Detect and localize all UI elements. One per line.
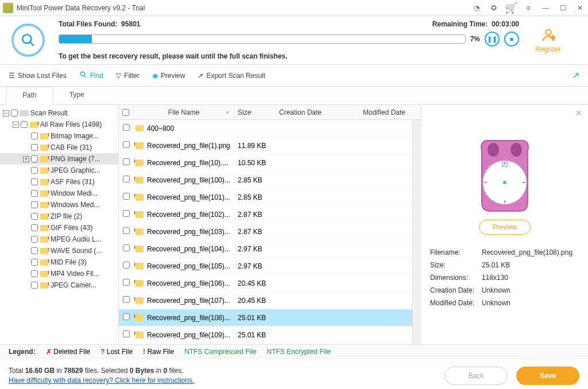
back-button[interactable]: Back (444, 367, 508, 385)
file-type-icon (136, 211, 144, 218)
expand-icon[interactable]: + (23, 156, 29, 162)
tree-checkbox[interactable] (11, 110, 18, 116)
tree-item[interactable]: Windows Med... (0, 199, 118, 211)
file-row[interactable]: Recovered_png_file(105)...2.97 KB (119, 258, 412, 275)
menu-icon[interactable]: ≡ (523, 3, 533, 13)
file-row[interactable]: Recovered_png_file(10)....10.50 KB (119, 154, 412, 172)
file-checkbox[interactable] (123, 176, 130, 182)
tree-item[interactable]: JPEG Graphic... (0, 165, 118, 176)
history-icon[interactable]: ◔ (471, 3, 482, 13)
file-row[interactable]: Recovered_png_file(1).png11.89 KB (119, 137, 412, 154)
file-row[interactable]: Recovered_png_file(102)...2.87 KB (119, 206, 412, 223)
scrollbar[interactable] (412, 120, 421, 344)
tree-checkbox[interactable] (31, 155, 38, 162)
save-button[interactable]: Save (516, 367, 579, 385)
show-lost-files-button[interactable]: ☰Show Lost Files (9, 72, 67, 80)
file-checkbox[interactable] (123, 193, 130, 200)
file-row[interactable]: Recovered_png_file(106)...20.45 KB (119, 275, 412, 292)
key-icon[interactable]: ✪ (489, 3, 499, 13)
tree-item[interactable]: MPEG Audio L... (0, 234, 118, 245)
col-creation-date[interactable]: Creation Date (276, 105, 359, 119)
file-name: Recovered_png_file(108)... (145, 314, 234, 322)
tree-item[interactable]: MP4 Video Fil... (0, 268, 118, 279)
file-type-icon (136, 228, 144, 235)
file-checkbox[interactable] (123, 124, 130, 131)
tree-checkbox[interactable] (31, 236, 38, 243)
legend-label: Legend: (9, 348, 36, 356)
tree-item[interactable]: +PNG Image (7... (0, 153, 118, 165)
tree-checkbox[interactable] (31, 144, 38, 151)
file-checkbox[interactable] (123, 296, 130, 303)
tree-item[interactable]: Window Medi... (0, 188, 118, 199)
file-checkbox[interactable] (123, 313, 130, 320)
tree-checkbox[interactable] (31, 259, 38, 266)
tree-checkbox[interactable] (21, 121, 28, 128)
export-button[interactable]: ↗Export Scan Result (198, 72, 265, 80)
tab-path[interactable]: Path (6, 87, 53, 105)
help-link[interactable]: Have difficulty with data recovery? Clic… (9, 376, 194, 384)
tree-item-label: CAB File (31) (51, 143, 92, 151)
tree-checkbox[interactable] (31, 133, 38, 139)
filter-button[interactable]: ▽Filter (116, 72, 140, 80)
folder-tree[interactable]: − Scan Result − All Raw Files (1498) Bit… (0, 105, 119, 344)
preview-button[interactable]: ◉Preview (152, 72, 185, 80)
share-icon[interactable]: ↗ (572, 70, 579, 81)
file-checkbox[interactable] (123, 141, 130, 148)
col-filename[interactable]: File Name (134, 105, 234, 119)
minimize-icon[interactable]: — (540, 3, 551, 13)
register-button[interactable]: + Register (519, 27, 577, 53)
tree-item[interactable]: JPEG Camer... (0, 279, 118, 291)
file-row[interactable]: Recovered_png_file(107)...20.45 KB (119, 292, 412, 309)
maximize-icon[interactable]: ☐ (558, 3, 568, 13)
tree-item[interactable]: ZIP file (2) (0, 211, 118, 222)
tree-checkbox[interactable] (31, 167, 38, 174)
col-size[interactable]: Size (234, 105, 276, 119)
file-checkbox[interactable] (123, 210, 130, 217)
tree-item[interactable]: CAB File (31) (0, 142, 118, 153)
col-modified-date[interactable]: Modified Date (359, 105, 421, 119)
tree-checkbox[interactable] (31, 247, 38, 254)
cart-icon[interactable]: 🛒 (506, 3, 516, 13)
tree-item[interactable]: MID File (3) (0, 256, 118, 268)
svg-text:+: + (551, 33, 555, 42)
tree-checkbox[interactable] (31, 282, 38, 289)
tree-checkbox[interactable] (31, 201, 38, 208)
preview-open-button[interactable]: Preview (479, 220, 531, 235)
tree-item[interactable]: ASF Files (31) (0, 176, 118, 188)
select-all-checkbox[interactable] (122, 109, 129, 116)
app-title: MiniTool Power Data Recovery v9.2 - Tria… (17, 4, 471, 12)
file-row[interactable]: Recovered_png_file(101)...2.85 KB (119, 189, 412, 206)
file-list[interactable]: 400~800Recovered_png_file(1).png11.89 KB… (119, 120, 412, 344)
file-checkbox[interactable] (123, 244, 130, 251)
tree-checkbox[interactable] (31, 190, 38, 197)
close-icon[interactable]: ✕ (575, 3, 585, 13)
remaining-time: 00:03:00 (492, 20, 519, 28)
file-checkbox[interactable] (123, 330, 130, 337)
file-checkbox[interactable] (123, 158, 130, 165)
tree-item[interactable]: Bitmap Image... (0, 130, 118, 142)
file-row[interactable]: Recovered_png_file(109)...25.01 KB (119, 326, 412, 344)
file-checkbox[interactable] (123, 227, 130, 234)
file-size: 2.87 KB (234, 228, 276, 236)
pause-button[interactable]: ❚❚ (485, 32, 500, 46)
file-row[interactable]: Recovered_png_file(104)...2.97 KB (119, 240, 412, 258)
tree-checkbox[interactable] (31, 270, 38, 277)
collapse-icon[interactable]: − (3, 110, 9, 116)
tree-item[interactable]: GIF Files (43) (0, 222, 118, 234)
tree-checkbox[interactable] (31, 224, 38, 231)
collapse-icon[interactable]: − (13, 122, 19, 128)
file-row[interactable]: Recovered_png_file(108)...25.01 KB (119, 309, 412, 326)
file-row[interactable]: 400~800 (119, 120, 412, 137)
file-checkbox[interactable] (123, 279, 130, 286)
tree-item[interactable]: WAVE Sound (... (0, 245, 118, 256)
stop-button[interactable]: ■ (504, 32, 519, 46)
file-checkbox[interactable] (123, 262, 130, 269)
close-preview-icon[interactable]: ✕ (575, 108, 582, 118)
file-row[interactable]: Recovered_png_file(103)...2.87 KB (119, 223, 412, 240)
tab-type[interactable]: Type (53, 87, 100, 104)
find-button[interactable]: Find (79, 71, 103, 80)
tree-checkbox[interactable] (31, 213, 38, 220)
file-row[interactable]: Recovered_png_file(100)...2.85 KB (119, 172, 412, 189)
drive-icon (20, 110, 29, 116)
tree-checkbox[interactable] (31, 178, 38, 185)
